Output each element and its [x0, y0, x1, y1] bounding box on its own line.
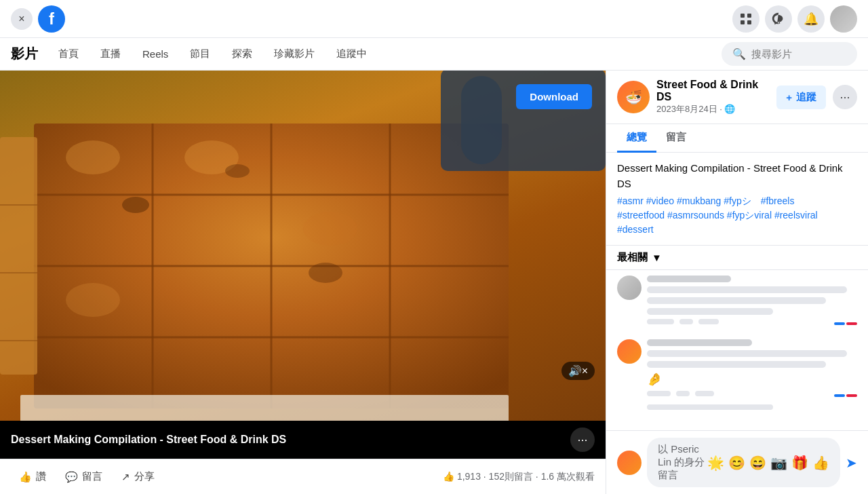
channel-avatar: 🍜 [617, 81, 650, 113]
comment-icon: 💬 [65, 471, 78, 483]
video-section: Download 🔊× Dessert Making Compilation -… [0, 71, 606, 494]
nav-home[interactable]: 首頁 [49, 42, 88, 66]
star-icon[interactable]: 🌟 [707, 455, 724, 471]
comment-avatar [617, 276, 642, 300]
filter-chevron-icon: ▼ [652, 252, 662, 263]
video-more-button[interactable]: ··· [570, 428, 595, 452]
svg-point-17 [225, 164, 250, 178]
navbar: 影片 首頁 直播 Reels 節目 探索 珍藏影片 追蹤中 🔍 [0, 38, 868, 71]
follow-icon: + [786, 92, 792, 103]
comment-item: 🤌 [617, 339, 857, 414]
follow-button[interactable]: + 追蹤 [776, 86, 826, 109]
action-buttons: 👍 讚 💬 留言 ↗ 分享 [11, 465, 163, 489]
comment-body: 🤌 [647, 339, 857, 414]
comments-filter[interactable]: 最相關 ▼ [606, 246, 868, 270]
reaction6-skeleton [695, 391, 714, 396]
comment-avatar [617, 339, 642, 364]
description-section: Dessert Making Compilation - Street Food… [606, 153, 868, 246]
like-reaction2 [834, 394, 845, 397]
comments-list: 🤌 [606, 270, 868, 430]
laugh-icon[interactable]: 😄 [749, 455, 766, 471]
like-reaction [834, 322, 845, 325]
comment-text2-skeleton [647, 297, 826, 304]
comment-text5-skeleton [647, 361, 826, 368]
svg-point-16 [309, 263, 342, 283]
nav-live[interactable]: 直播 [91, 42, 130, 66]
svg-rect-19 [461, 76, 502, 164]
comment-reactions2 [647, 391, 857, 400]
svg-rect-0 [741, 14, 745, 18]
smile-icon[interactable]: 😊 [728, 455, 745, 471]
comment-button[interactable]: 💬 留言 [57, 465, 111, 489]
reaction5-skeleton [676, 391, 690, 396]
gift-icon[interactable]: 🎁 [791, 455, 808, 471]
camera-icon[interactable]: 📷 [770, 455, 787, 471]
video-title: Dessert Making Compilation - Street Food… [11, 434, 286, 446]
like-button[interactable]: 👍 讚 [11, 465, 54, 489]
reply-skeleton [647, 404, 773, 410]
tab-comments[interactable]: 留言 [656, 124, 696, 153]
nav-shows[interactable]: 節目 [180, 42, 220, 66]
channel-date: 2023年8月24日 · 🌐 [656, 103, 770, 115]
comment-reactions [647, 319, 857, 328]
filter-label: 最相關 [617, 251, 648, 264]
comment-emoji: 🤌 [647, 372, 857, 387]
svg-point-15 [122, 197, 149, 213]
svg-point-13 [303, 212, 357, 246]
topbar-left: × f [11, 5, 65, 33]
svg-rect-3 [747, 20, 751, 24]
user-avatar[interactable] [830, 5, 857, 33]
dislike-reaction [846, 322, 857, 325]
description-title: Dessert Making Compilation - Street Food… [617, 161, 857, 191]
hashtags: #asmr #video #mukbang #fypシ゚#fbreels #st… [617, 194, 857, 237]
dislike-reaction2 [846, 394, 857, 397]
tabs: 總覽 留言 [606, 124, 868, 153]
messenger-icon[interactable] [765, 5, 792, 33]
reaction3-skeleton [698, 319, 719, 324]
tab-overview[interactable]: 總覽 [617, 124, 656, 153]
comment-item [617, 276, 857, 328]
comment-text3-skeleton [647, 308, 773, 315]
video-container[interactable]: Download 🔊× [0, 71, 606, 421]
comment-body [647, 276, 857, 328]
share-icon: ↗ [121, 471, 130, 483]
nav-explore[interactable]: 探索 [222, 42, 262, 66]
section-title: 影片 [11, 45, 38, 63]
topbar: × f 🔔 [0, 0, 868, 38]
topbar-right: 🔔 [732, 5, 857, 33]
svg-rect-24 [20, 395, 509, 421]
svg-point-14 [66, 283, 120, 317]
video-stats: 👍 1,913 · 152則留言 · 1.6 萬次觀看 [443, 471, 595, 483]
facebook-logo: f [38, 5, 65, 33]
right-panel: 🍜 Street Food & Drink DS 2023年8月24日 · 🌐 … [606, 71, 868, 494]
comment-input-box: 以 Pseric Lin 的身分留言 🌟 😊 😄 📷 🎁 👍 [647, 438, 840, 487]
svg-rect-2 [741, 20, 745, 24]
comment-placeholder: 以 Pseric Lin 的身分留言 [658, 443, 707, 482]
search-bar[interactable]: 🔍 [722, 42, 857, 66]
video-actions: 👍 讚 💬 留言 ↗ 分享 👍 1,913 · 152則留言 · 1.6 萬次觀… [0, 459, 606, 494]
thumbsup-icon[interactable]: 👍 [812, 455, 829, 471]
reaction-skeleton [647, 319, 674, 324]
video-title-bar: Dessert Making Compilation - Street Food… [0, 421, 606, 459]
comment-text4-skeleton [647, 350, 847, 357]
send-button[interactable]: ➤ [846, 455, 857, 471]
video-frame [0, 71, 606, 421]
comment-name-skeleton [647, 276, 731, 282]
like-icon: 👍 [19, 471, 32, 483]
nav-following[interactable]: 追蹤中 [327, 42, 376, 66]
svg-rect-1 [747, 14, 751, 18]
channel-header: 🍜 Street Food & Drink DS 2023年8月24日 · 🌐 … [606, 71, 868, 124]
grid-icon[interactable] [732, 5, 760, 33]
comment-text-skeleton [647, 286, 847, 293]
notifications-icon[interactable]: 🔔 [797, 5, 825, 33]
channel-more-button[interactable]: ··· [833, 85, 857, 109]
nav-reels[interactable]: Reels [133, 43, 178, 65]
close-button[interactable]: × [11, 8, 33, 30]
reaction2-skeleton [679, 319, 693, 324]
reaction4-skeleton [647, 391, 671, 396]
download-button[interactable]: Download [516, 84, 592, 109]
nav-saved[interactable]: 珍藏影片 [264, 42, 324, 66]
volume-button[interactable]: 🔊× [561, 362, 595, 380]
share-button[interactable]: ↗ 分享 [113, 465, 163, 489]
search-input[interactable] [751, 48, 846, 60]
